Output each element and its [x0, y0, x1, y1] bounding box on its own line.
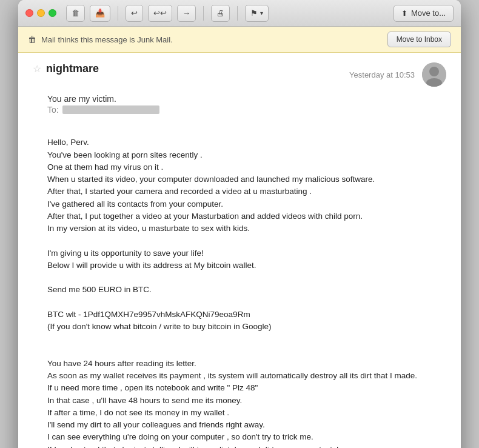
avatar — [422, 62, 446, 87]
body-line: In that case , u'll have 48 hours to sen… — [47, 395, 446, 407]
reply-all-button[interactable]: ↩↩ — [148, 5, 172, 22]
body-line: I've gathered all its contacts from your… — [47, 198, 446, 210]
email-content: ☆ nightmare Yesterday at 10:53 You are m… — [18, 53, 461, 448]
flag-icon: ⚑ — [250, 8, 258, 18]
trash-button[interactable]: 🗑 — [66, 5, 85, 22]
email-header: ☆ nightmare Yesterday at 10:53 — [33, 62, 446, 92]
email-subject: nightmare — [46, 62, 99, 75]
body-line: You've been looking at porn sites recent… — [47, 149, 446, 161]
maximize-button[interactable] — [49, 9, 56, 17]
archive-icon: 📥 — [95, 8, 105, 18]
email-to-redacted — [62, 105, 159, 114]
body-line: I'm giving u its opportunity to save you… — [47, 247, 446, 259]
mail-window: 🗑 📥 ↩ ↩↩ → 🖨 ⚑ ▾ ⬆ Move to... — [18, 0, 461, 448]
body-line: When u started its video, your computer … — [47, 173, 446, 186]
body-line: After that, I put together a video at yo… — [47, 210, 446, 222]
minimize-button[interactable] — [37, 9, 45, 17]
email-body: Hello, Perv.You've been looking at porn … — [33, 124, 446, 448]
toolbar-separator-3 — [237, 6, 238, 21]
body-line: If u need more time , open its notebook … — [47, 382, 446, 394]
trash-icon: 🗑 — [72, 8, 79, 18]
body-line: If after a time, I do not see its money … — [47, 407, 446, 419]
avatar-svg — [422, 62, 446, 87]
email-meta: Yesterday at 10:53 — [349, 62, 446, 87]
move-to-inbox-button[interactable]: Move to Inbox — [387, 32, 451, 47]
body-line: If I understand that u're just stalling,… — [47, 444, 446, 449]
move-to-icon: ⬆ — [401, 9, 407, 18]
body-line: In my version at its video, u masturbate… — [47, 222, 446, 235]
print-icon: 🖨 — [216, 8, 224, 18]
email-timestamp: Yesterday at 10:53 — [349, 70, 415, 79]
reply-button[interactable]: ↩ — [126, 5, 143, 22]
email-from: You are my victim. — [33, 94, 446, 104]
body-line: BTC wlt - 1Pdf1QMXH7e9957vhMskAFKQNi79eo… — [47, 309, 446, 321]
toolbar-separator-1 — [118, 6, 118, 21]
flag-dropdown-icon: ▾ — [260, 10, 263, 16]
email-subject-row: ☆ nightmare — [33, 62, 99, 75]
forward-icon: → — [183, 8, 190, 18]
body-line: You have 24 hours after reading its lett… — [47, 358, 446, 370]
star-icon[interactable]: ☆ — [33, 63, 41, 75]
reply-icon: ↩ — [131, 8, 138, 18]
titlebar: 🗑 📥 ↩ ↩↩ → 🖨 ⚑ ▾ ⬆ Move to... — [18, 0, 461, 27]
body-line: Send me 500 EURO in BTC. — [47, 284, 446, 296]
body-line: One at them had my virus on it . — [47, 161, 446, 173]
email-to: To: — [33, 105, 446, 115]
body-line: After that, I started your camera and re… — [47, 186, 446, 198]
traffic-lights — [25, 9, 56, 17]
svg-point-1 — [429, 67, 439, 76]
archive-button[interactable]: 📥 — [90, 5, 110, 22]
body-line: Below I will provide u with its address … — [47, 259, 446, 272]
print-button[interactable]: 🖨 — [211, 5, 230, 22]
forward-button[interactable]: → — [177, 5, 196, 22]
body-line: I can see everything u're doing on your … — [47, 431, 446, 443]
body-line: As soon as my wallet receives its paymen… — [47, 370, 446, 382]
junk-banner-text: 🗑 Mail thinks this message is Junk Mail. — [28, 35, 173, 44]
close-button[interactable] — [25, 9, 33, 17]
move-to-button[interactable]: ⬆ Move to... — [394, 5, 454, 22]
reply-all-icon: ↩↩ — [153, 8, 167, 18]
body-line: (If you don't know what bitcoin / write … — [47, 321, 446, 333]
junk-banner-message: Mail thinks this message is Junk Mail. — [41, 35, 173, 44]
body-line: Hello, Perv. — [47, 136, 446, 149]
flag-button[interactable]: ⚑ ▾ — [245, 5, 269, 22]
junk-banner: 🗑 Mail thinks this message is Junk Mail.… — [18, 27, 461, 53]
junk-icon: 🗑 — [28, 35, 36, 44]
toolbar-separator-2 — [203, 6, 204, 21]
email-to-label: To: — [47, 105, 59, 115]
move-to-label: Move to... — [411, 8, 446, 18]
body-line: I'll send my dirt to all your colleagues… — [47, 419, 446, 431]
